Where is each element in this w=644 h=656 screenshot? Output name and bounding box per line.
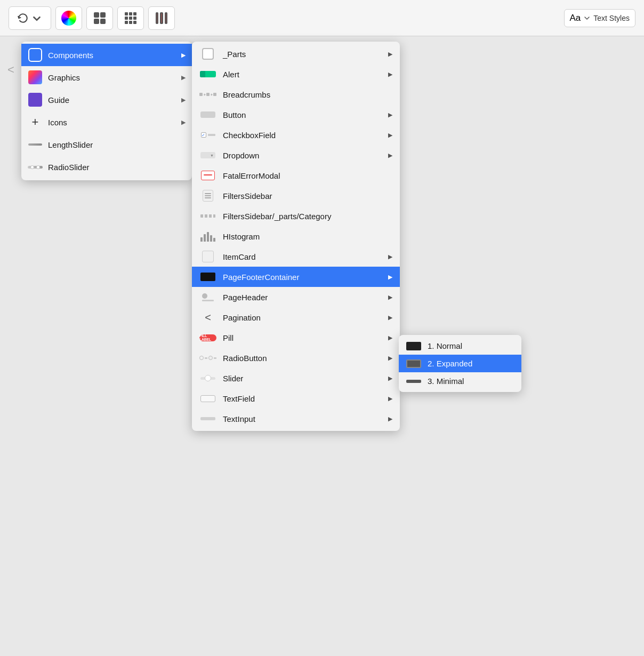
color-wheel-icon	[61, 11, 76, 26]
menu2-item-parts[interactable]: _Parts ▶	[192, 44, 400, 64]
menu2-item-fatalerrormodal[interactable]: FatalErrorModal	[192, 165, 400, 186]
button-label: Button	[223, 110, 382, 119]
pageheader-icon	[199, 291, 216, 303]
textinput-icon	[199, 412, 216, 425]
arrow-icon: ▶	[181, 97, 186, 103]
level1-menu: Components ▶ Graphics ▶ Guide ▶ + Icons …	[21, 42, 192, 180]
menu2-item-pagination[interactable]: < Pagination ▶	[192, 307, 400, 327]
arrow-icon: ▶	[388, 71, 392, 78]
slider-icon	[199, 372, 216, 385]
graphics-label: Graphics	[48, 73, 176, 82]
sidebar-item-components[interactable]: Components ▶	[21, 44, 192, 66]
arrow-icon: ▶	[388, 334, 392, 341]
pagefootercontainer-label: PageFooterContainer	[223, 273, 382, 282]
checkboxfield-icon: ✓	[199, 129, 216, 141]
grid-2x2-icon	[94, 12, 106, 24]
menu3-item-minimal[interactable]: 3. Minimal	[399, 372, 521, 390]
arrow-icon: ▶	[388, 294, 392, 301]
menu2-item-filterssidebar-parts[interactable]: FiltersSidebar/_parts/Category	[192, 206, 400, 226]
arrow-icon: ▶	[181, 52, 186, 59]
arrow-icon: ▶	[388, 274, 392, 281]
component-shape	[28, 48, 42, 62]
sidebar-item-guide[interactable]: Guide ▶	[21, 89, 192, 111]
menu2-item-alert[interactable]: Alert ▶	[192, 64, 400, 84]
expanded-variant-icon	[406, 359, 421, 368]
pagination-icon: <	[199, 311, 216, 324]
component-icon	[28, 47, 43, 62]
arrow-icon: ▶	[388, 415, 392, 422]
layout-2x2-button[interactable]	[86, 6, 113, 30]
menu2-item-button[interactable]: Button ▶	[192, 105, 400, 125]
pagination-label: Pagination	[223, 313, 382, 322]
textinput-label: TextInput	[223, 414, 382, 423]
menu2-item-radiobutton[interactable]: RadioButton ▶	[192, 348, 400, 368]
itemcard-icon	[199, 250, 216, 263]
textfield-icon	[199, 392, 216, 405]
pageheader-label: PageHeader	[223, 293, 382, 302]
graphics-icon	[28, 70, 42, 84]
arrow-icon: ▶	[181, 119, 186, 126]
menu2-item-textinput[interactable]: TextInput ▶	[192, 409, 400, 429]
normal-label: 1. Normal	[428, 341, 514, 350]
rotate-button[interactable]	[9, 6, 51, 30]
arrow-icon: ▶	[388, 132, 392, 139]
fatalerrormodal-icon	[199, 169, 216, 182]
dropdown-icon: ▼	[199, 149, 216, 162]
icons-label: Icons	[48, 118, 176, 127]
chevron-down-icon	[584, 15, 590, 21]
guide-label: Guide	[48, 95, 176, 105]
icons-icon-wrapper: +	[28, 115, 43, 130]
layout-3x3-button[interactable]	[117, 6, 144, 30]
sidebar-item-icons[interactable]: + Icons ▶	[21, 111, 192, 133]
dropdown-label: Dropdown	[223, 151, 382, 160]
menu2-item-checkboxfield[interactable]: ✓ CheckboxField ▶	[192, 125, 400, 145]
menu3-item-normal[interactable]: 1. Normal	[399, 337, 521, 355]
sidebar-item-radioslider[interactable]: RadioSlider	[21, 156, 192, 178]
menu2-item-dropdown[interactable]: ▼ Dropdown ▶	[192, 145, 400, 165]
parts-label: _Parts	[223, 50, 382, 59]
text-styles-button[interactable]: Aa Text Styles	[564, 9, 636, 27]
minimal-variant-icon	[406, 380, 421, 383]
menu2-item-pill[interactable]: PILL LABEL Pill ▶	[192, 327, 400, 348]
normal-variant-icon	[406, 342, 421, 350]
lengthslider-icon-wrapper	[28, 137, 43, 152]
grid-3x3-icon	[125, 12, 136, 24]
sidebar-item-graphics[interactable]: Graphics ▶	[21, 66, 192, 89]
menu3-item-expanded[interactable]: 2. Expanded	[399, 355, 521, 372]
alert-label: Alert	[223, 70, 382, 79]
cols-icon	[156, 12, 167, 24]
menu2-item-itemcard[interactable]: ItemCard ▶	[192, 246, 400, 267]
components-label: Components	[48, 51, 176, 60]
button-icon	[199, 108, 216, 121]
radiobutton-label: RadioButton	[223, 354, 382, 363]
menu2-item-histogram[interactable]: HIstogram	[192, 226, 400, 246]
itemcard-label: ItemCard	[223, 252, 382, 261]
breadcrumbs-label: Breadcrumbs	[223, 90, 392, 99]
menu2-item-pageheader[interactable]: PageHeader ▶	[192, 287, 400, 307]
graphics-icon-wrapper	[28, 70, 43, 85]
menu2-item-filterssidebar[interactable]: FiltersSidebar	[192, 186, 400, 206]
level3-menu: 1. Normal 2. Expanded 3. Minimal	[399, 335, 521, 392]
slider-label: Slider	[223, 374, 382, 383]
pill-icon: PILL LABEL	[199, 331, 216, 344]
menu2-item-pagefootercontainer[interactable]: PageFooterContainer ▶	[192, 267, 400, 287]
aa-label: Aa	[570, 13, 581, 23]
sidebar-item-lengthslider[interactable]: LengthSlider	[21, 133, 192, 156]
radioslider-label: RadioSlider	[48, 163, 186, 172]
menu2-item-breadcrumbs[interactable]: Breadcrumbs	[192, 84, 400, 105]
back-arrow[interactable]: <	[7, 63, 14, 77]
histogram-icon	[199, 230, 216, 243]
breadcrumbs-icon	[199, 88, 216, 101]
lengthslider-label: LengthSlider	[48, 140, 186, 149]
menu2-item-slider[interactable]: Slider ▶	[192, 368, 400, 388]
arrow-icon: ▶	[388, 395, 392, 402]
radiobutton-icon	[199, 351, 216, 364]
alert-icon	[199, 68, 216, 81]
layout-cols-button[interactable]	[148, 6, 175, 30]
pagefootercontainer-icon	[199, 270, 216, 283]
color-wheel-button[interactable]	[55, 6, 82, 30]
menu2-item-textfield[interactable]: TextField ▶	[192, 388, 400, 409]
expanded-label: 2. Expanded	[428, 359, 514, 368]
filterssidebar-parts-label: FiltersSidebar/_parts/Category	[223, 212, 392, 221]
plus-icon: +	[32, 116, 39, 128]
